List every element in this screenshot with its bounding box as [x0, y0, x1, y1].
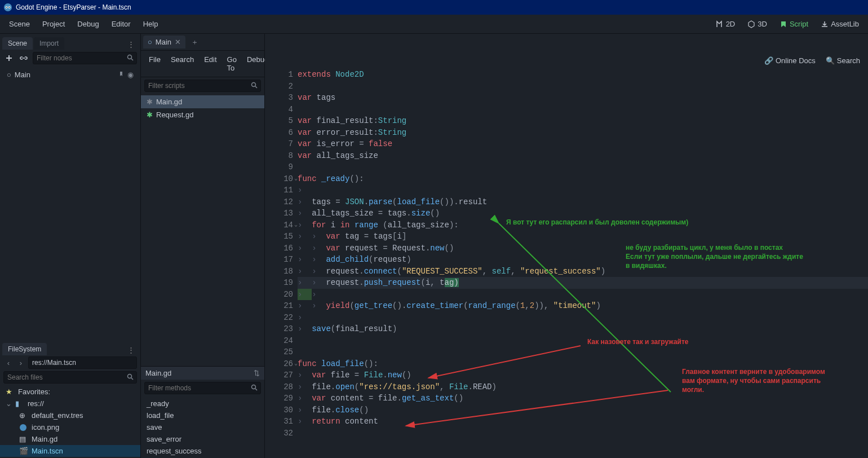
- menu-help[interactable]: Help: [138, 17, 164, 30]
- dock-more-icon-fs[interactable]: ⋮: [124, 345, 138, 355]
- env-icon: ⊕: [19, 411, 28, 420]
- code-line[interactable]: [298, 335, 868, 347]
- gear-icon: ✱: [147, 111, 153, 119]
- sort-icon[interactable]: ⇅: [254, 369, 260, 377]
- code-line[interactable]: func _ready():: [298, 173, 868, 185]
- nav-back-icon[interactable]: ‹: [3, 359, 14, 367]
- window-title: Godot Engine - EtsyParser - Main.tscn: [16, 3, 131, 11]
- filter-nodes-input[interactable]: [33, 52, 137, 64]
- fs-file[interactable]: icon.png: [0, 421, 140, 433]
- menu-editor[interactable]: Editor: [106, 17, 136, 30]
- tab-scene[interactable]: Scene: [2, 37, 33, 50]
- node2d-icon: ○: [7, 71, 11, 79]
- script-tab-main[interactable]: ○ Main ✕: [143, 36, 185, 49]
- code-line[interactable]: › › add_child(request): [298, 254, 868, 266]
- tab-filesystem[interactable]: FileSystem: [2, 343, 47, 355]
- fs-file-selected[interactable]: 🎬Main.tscn: [0, 445, 140, 457]
- search-help-link[interactable]: 🔍Search: [821, 54, 865, 67]
- code-line[interactable]: func load_file():: [298, 358, 868, 370]
- code-line[interactable]: extends Node2D: [298, 69, 868, 81]
- code-line[interactable]: [298, 81, 868, 93]
- script-menu-go-to[interactable]: Go To: [223, 53, 241, 74]
- code-line[interactable]: › save(final_result): [298, 323, 868, 335]
- filter-methods-input[interactable]: [144, 382, 261, 394]
- scene-icon: 🎬: [19, 447, 28, 455]
- fs-file[interactable]: ▤Main.gd: [0, 433, 140, 445]
- gear-icon: ✱: [147, 98, 153, 106]
- script-item-selected[interactable]: ✱Main.gd: [141, 95, 264, 108]
- script-menu-search[interactable]: Search: [166, 53, 198, 74]
- method-item[interactable]: _ready: [141, 398, 264, 409]
- code-line[interactable]: › return content: [298, 416, 868, 428]
- code-line[interactable]: [298, 161, 868, 173]
- code-line[interactable]: › for i in range (all_tags_size):: [298, 219, 868, 231]
- fs-file[interactable]: ⊕default_env.tres: [0, 409, 140, 421]
- godot-logo-icon: [3, 3, 12, 12]
- method-item[interactable]: save: [141, 421, 264, 433]
- code-line[interactable]: ›: [298, 184, 868, 196]
- method-item[interactable]: save_error: [141, 433, 264, 445]
- add-node-icon[interactable]: [3, 52, 15, 64]
- main-menu-bar: SceneProjectDebugEditorHelp 2D3DScriptAs…: [0, 15, 868, 34]
- code-line[interactable]: ›: [298, 312, 868, 324]
- nav-forward-icon[interactable]: ›: [16, 359, 26, 367]
- window-title-bar: Godot Engine - EtsyParser - Main.tscn: [0, 0, 868, 15]
- assetlib-icon: [821, 20, 829, 28]
- code-line[interactable]: [298, 346, 868, 358]
- code-line[interactable]: › var content = file.get_as_text(): [298, 393, 868, 404]
- code-line[interactable]: › all_tags_size = tags.size(): [298, 208, 868, 219]
- script-item[interactable]: ✱Request.gd: [141, 108, 264, 121]
- scene-tree-root[interactable]: ○ Main ◉: [2, 69, 138, 81]
- 3d-icon: [747, 20, 755, 28]
- code-line[interactable]: var all_tags_size: [298, 150, 868, 162]
- code-line[interactable]: › › request.push_request(i, tag): [298, 277, 868, 289]
- script-icon: ▤: [19, 435, 28, 443]
- new-tab-icon[interactable]: ＋: [189, 35, 201, 50]
- menu-debug[interactable]: Debug: [72, 17, 104, 30]
- current-script-label: Main.gd: [145, 369, 171, 377]
- code-line[interactable]: [298, 428, 868, 439]
- code-line[interactable]: var final_result:String: [298, 115, 868, 127]
- method-item[interactable]: request_success: [141, 445, 264, 457]
- code-line[interactable]: › file.close(): [298, 404, 868, 416]
- script-attached-icon[interactable]: [117, 71, 124, 79]
- code-line[interactable]: › tags = JSON.parse(load_file()).result: [298, 196, 868, 208]
- code-line[interactable]: var tags: [298, 92, 868, 104]
- close-tab-icon[interactable]: ✕: [175, 38, 181, 46]
- code-line[interactable]: [298, 104, 868, 116]
- code-line[interactable]: › › var request = Request.new(): [298, 243, 868, 254]
- code-line[interactable]: › file.open("res://tags.json", File.READ…: [298, 381, 868, 393]
- dock-more-icon[interactable]: ⋮: [124, 39, 138, 50]
- code-line[interactable]: › › request.connect("REQUEST_SUCCESS", s…: [298, 266, 868, 278]
- svg-point-7: [20, 424, 26, 431]
- script-menu-edit[interactable]: Edit: [200, 53, 221, 74]
- svg-point-0: [4, 3, 12, 11]
- visibility-icon[interactable]: ◉: [127, 71, 134, 79]
- script-menu-file[interactable]: File: [144, 53, 165, 74]
- menu-scene[interactable]: Scene: [3, 17, 36, 30]
- scene-dock-tabs: Scene Import ⋮: [0, 34, 140, 50]
- workspace-script[interactable]: Script: [774, 17, 814, 30]
- workspace-assetlib[interactable]: AssetLib: [815, 17, 865, 30]
- svg-point-3: [6, 7, 7, 8]
- workspace-2d[interactable]: 2D: [710, 17, 741, 30]
- code-line[interactable]: › ›: [298, 289, 868, 301]
- fs-search-input[interactable]: [3, 371, 137, 384]
- filter-scripts-input[interactable]: [144, 80, 261, 92]
- svg-point-4: [9, 7, 10, 8]
- method-item[interactable]: load_file: [141, 409, 264, 421]
- code-line[interactable]: › var file = File.new(): [298, 369, 868, 381]
- fs-favorites[interactable]: ★Favorites:: [0, 386, 140, 398]
- tab-import[interactable]: Import: [34, 37, 64, 50]
- code-line[interactable]: › › yield(get_tree().create_timer(rand_r…: [298, 300, 868, 312]
- online-docs-link[interactable]: 🔗Online Docs: [760, 54, 820, 67]
- code-line[interactable]: var error_result:String: [298, 127, 868, 139]
- link-icon[interactable]: [18, 52, 29, 64]
- code-line[interactable]: var is_error = false: [298, 138, 868, 150]
- fs-path-input[interactable]: [28, 356, 137, 369]
- code-line[interactable]: › › var tag = tags[i]: [298, 231, 868, 243]
- menu-project[interactable]: Project: [37, 17, 70, 30]
- star-icon: ★: [6, 387, 15, 396]
- workspace-3d[interactable]: 3D: [742, 17, 773, 30]
- fs-root[interactable]: ⌄▮res://: [0, 398, 140, 409]
